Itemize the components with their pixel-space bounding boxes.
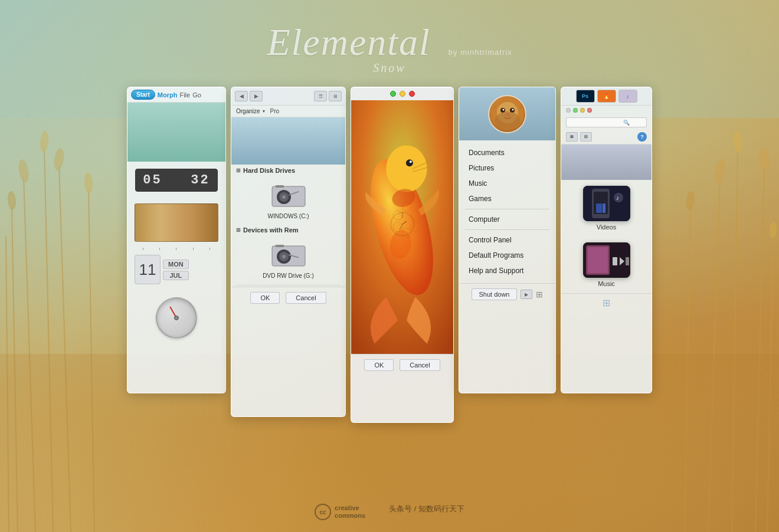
menu-computer[interactable]: Computer xyxy=(459,212,555,227)
svg-rect-70 xyxy=(603,203,605,213)
windows-drive-item: WINDOWS (C:) xyxy=(231,176,345,224)
clock-display: 05 32 xyxy=(127,162,225,199)
videos-label: Videos xyxy=(597,224,616,231)
morph-button[interactable]: Morph xyxy=(158,91,178,98)
viewer-cancel-button[interactable]: Cancel xyxy=(400,359,440,371)
go-menu[interactable]: Go xyxy=(192,91,201,98)
title-area: Elemental by minhtrimatrix Snow xyxy=(267,24,512,75)
svg-point-52 xyxy=(410,160,412,163)
mac-menu-divider-1 xyxy=(465,209,549,209)
mac-header xyxy=(459,87,555,140)
apps-dot-red[interactable] xyxy=(587,108,592,113)
panels-container: Start Morph File Go 05 32 xyxy=(0,87,779,423)
devices-label: Devices with Rem xyxy=(243,226,299,234)
menu-pictures[interactable]: Pictures xyxy=(459,160,555,176)
videos-thumbnail[interactable]: ♪ xyxy=(583,186,630,221)
svg-rect-24 xyxy=(136,221,217,224)
dvd-drive-label: DVD RW Drive (G:) xyxy=(263,272,313,279)
widget-background xyxy=(127,103,225,162)
traffic-light-yellow[interactable] xyxy=(400,91,405,97)
svg-point-37 xyxy=(282,255,286,258)
expand-icon[interactable]: ⊞ xyxy=(236,168,241,173)
apps-search-bar: 🔍 xyxy=(566,117,647,127)
mac-menu-panel: Documents Pictures Music Games Computer … xyxy=(459,87,556,393)
svg-rect-76 xyxy=(613,257,617,265)
windows-logo-footer: ⊞ xyxy=(603,297,610,308)
files-divider xyxy=(236,285,341,285)
calendar-weekday: MON xyxy=(163,260,189,269)
title-snow: Snow xyxy=(267,61,512,75)
menu-help[interactable]: Help and Support xyxy=(459,263,555,278)
svg-point-42 xyxy=(386,146,427,192)
organize-button[interactable]: Organize xyxy=(236,108,260,114)
help-button[interactable]: ? xyxy=(637,132,647,142)
user-avatar xyxy=(488,95,526,133)
apps-dot-1 xyxy=(566,108,571,113)
menu-control-panel[interactable]: Control Panel xyxy=(459,232,555,248)
shutdown-options-button[interactable]: ▶ xyxy=(521,290,532,299)
shutdown-button[interactable]: Shut down xyxy=(472,288,518,300)
files-footer: OK Cancel xyxy=(231,287,345,308)
files-background xyxy=(231,117,345,165)
menu-documents[interactable]: Documents xyxy=(459,145,555,160)
files-panel: ◀ ▶ ☰ ⊞ Organize ▼ Pro ⊞ Hard Disk Drive… xyxy=(231,87,346,417)
main-content: Elemental by minhtrimatrix Snow Start Mo… xyxy=(0,0,779,532)
view-list-button[interactable]: ☰ xyxy=(314,91,327,101)
dvd-drive-item: DVD RW Drive (G:) xyxy=(231,236,345,284)
start-button[interactable]: Start xyxy=(131,90,155,100)
apps-footer: ⊞ xyxy=(561,293,652,312)
bottom-bar: cc creativecommons 头条号 / 知数码行天下 xyxy=(0,504,779,520)
file-menu[interactable]: File xyxy=(179,91,190,98)
svg-rect-69 xyxy=(596,203,602,213)
back-button[interactable]: ◀ xyxy=(235,91,248,101)
image-viewer-footer: OK Cancel xyxy=(351,354,453,376)
devices-header: ⊞ Devices with Rem xyxy=(231,224,345,236)
apps-search-input[interactable] xyxy=(570,119,623,126)
title-elemental: Elemental xyxy=(267,24,430,61)
title-by: by minhtrimatrix xyxy=(449,48,512,57)
viewer-ok-button[interactable]: OK xyxy=(364,359,394,371)
widget-image xyxy=(135,203,218,242)
svg-rect-75 xyxy=(588,247,608,273)
windows-drive-label: WINDOWS (C:) xyxy=(268,213,309,219)
clock-minutes: 32 xyxy=(191,173,210,188)
menu-games[interactable]: Games xyxy=(459,191,555,206)
photoshop-button[interactable]: Ps xyxy=(576,90,595,103)
itunes-button[interactable]: ♪ xyxy=(618,90,637,103)
firefox-button[interactable]: 🔥 xyxy=(597,90,616,103)
cancel-button[interactable]: Cancel xyxy=(286,292,326,304)
menu-default-programs[interactable]: Default Programs xyxy=(459,248,555,263)
clock-digits: 05 32 xyxy=(135,169,217,192)
svg-point-65 xyxy=(496,100,519,126)
view-icon-btn-2[interactable]: ⊟ xyxy=(580,132,592,142)
apps-background xyxy=(561,145,652,180)
apps-dot-green[interactable] xyxy=(573,108,578,113)
mac-menu-divider-2 xyxy=(465,229,549,230)
svg-point-30 xyxy=(282,195,286,199)
clock-hours: 05 xyxy=(143,173,162,188)
music-app-item: Music xyxy=(561,237,652,293)
widget-panel: Start Morph File Go 05 32 xyxy=(127,87,226,393)
devices-expand-icon[interactable]: ⊞ xyxy=(236,227,241,233)
svg-text:♪: ♪ xyxy=(616,195,619,201)
view-icon-btn-1[interactable]: ⊞ xyxy=(566,132,578,142)
calendar-month: JUL xyxy=(163,271,189,280)
apps-dot-yellow[interactable] xyxy=(580,108,585,113)
mac-menu-items: Documents Pictures Music Games Computer … xyxy=(459,140,555,283)
svg-rect-23 xyxy=(136,204,217,241)
forward-button[interactable]: ▶ xyxy=(250,91,263,101)
windows-logo: ⊞ xyxy=(536,290,543,299)
traffic-light-red[interactable] xyxy=(409,91,415,97)
calendar-day: 11 xyxy=(135,255,161,284)
image-viewer-panel: OK Cancel xyxy=(351,87,454,423)
svg-rect-32 xyxy=(276,185,284,188)
videos-app-item: ♪ Videos xyxy=(561,180,652,237)
music-label: Music xyxy=(598,280,615,287)
music-thumbnail[interactable] xyxy=(583,242,630,278)
view-grid-button[interactable]: ⊞ xyxy=(329,91,342,101)
menu-music[interactable]: Music xyxy=(459,176,555,191)
image-label-ticks xyxy=(127,247,225,251)
ok-button[interactable]: OK xyxy=(250,292,280,304)
gauge xyxy=(156,297,197,339)
traffic-light-green[interactable] xyxy=(390,91,396,97)
